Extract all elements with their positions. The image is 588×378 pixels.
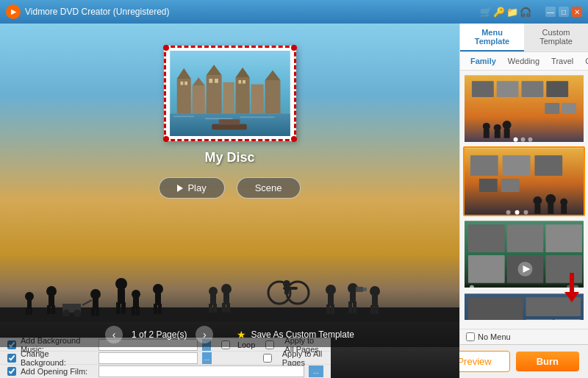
opening-film-checkbox[interactable]	[7, 367, 16, 376]
svg-rect-44	[116, 302, 121, 314]
headset-icon[interactable]: 🎧	[520, 7, 531, 17]
next-page-button[interactable]: ›	[196, 326, 213, 343]
close-button[interactable]: ✕	[572, 7, 582, 17]
key-icon[interactable]: 🔑	[494, 7, 504, 17]
opening-film-row: Add Opening Film: ...	[0, 365, 331, 378]
svg-rect-28	[26, 307, 29, 315]
svg-rect-116	[468, 255, 505, 283]
svg-rect-87	[562, 103, 576, 114]
save-template-button[interactable]: ★ Save As Custom Template	[237, 329, 354, 340]
svg-point-50	[153, 284, 163, 294]
svg-rect-41	[96, 307, 99, 316]
svg-rect-49	[136, 307, 140, 315]
svg-rect-43	[118, 289, 125, 304]
opening-film-label: Add Opening Film:	[21, 367, 94, 376]
change-bg-row: Change Background: ... Apply to All Page…	[0, 352, 331, 365]
svg-rect-107	[534, 204, 540, 214]
svg-rect-66	[284, 287, 289, 294]
svg-point-30	[46, 286, 57, 296]
template-categories: Family Wedding Travel Oth ►	[460, 52, 588, 71]
svg-point-36	[74, 310, 81, 317]
svg-rect-33	[51, 305, 55, 314]
template-item-2[interactable]	[463, 146, 585, 216]
svg-rect-20	[173, 115, 194, 117]
svg-rect-45	[121, 302, 126, 314]
burn-button[interactable]: Burn	[516, 352, 579, 371]
prev-page-button[interactable]: ‹	[105, 326, 123, 343]
svg-rect-7	[223, 82, 234, 114]
svg-rect-72	[350, 293, 356, 303]
cart-icon[interactable]: 🛒	[481, 7, 491, 17]
dvd-stamp	[164, 46, 296, 141]
svg-point-35	[62, 310, 70, 317]
svg-rect-125	[468, 297, 523, 321]
svg-point-88	[483, 123, 490, 130]
category-wedding[interactable]: Wedding	[502, 55, 545, 67]
tab-menu-template[interactable]: Menu Template	[460, 24, 524, 51]
svg-rect-47	[133, 298, 139, 308]
change-bg-browse[interactable]: ...	[202, 352, 212, 364]
tab-custom-template[interactable]: Custom Template	[524, 24, 588, 51]
svg-point-90	[494, 124, 501, 132]
svg-rect-21	[204, 118, 232, 119]
preview-buttons: Play Scene	[159, 177, 300, 199]
app-logo: ▶	[6, 4, 21, 19]
maximize-button[interactable]: □	[559, 7, 569, 17]
svg-rect-55	[210, 295, 216, 305]
nav-bar: ‹ 1 of 2 Page(s) › ★ Save As Custom Temp…	[0, 322, 459, 347]
opening-film-input[interactable]	[98, 365, 304, 377]
apply-all-bg-checkbox[interactable]	[263, 354, 272, 363]
svg-rect-76	[353, 302, 356, 313]
svg-rect-51	[155, 293, 161, 305]
svg-rect-5	[206, 75, 221, 113]
svg-rect-10	[251, 85, 263, 114]
change-bg-label: Change Background:	[21, 349, 94, 367]
opening-film-browse[interactable]: ...	[309, 365, 323, 377]
minimize-button[interactable]: —	[545, 7, 556, 17]
template-2-preview	[465, 148, 584, 216]
svg-point-110	[560, 199, 567, 206]
category-family[interactable]: Family	[465, 55, 502, 67]
svg-rect-32	[47, 305, 51, 314]
svg-rect-73	[356, 287, 363, 292]
stamp-corner-tr	[291, 45, 297, 51]
no-menu-area: No Menu	[460, 329, 588, 344]
change-bg-checkbox[interactable]	[7, 354, 16, 363]
svg-rect-1	[176, 79, 190, 114]
svg-rect-85	[546, 81, 568, 97]
svg-point-54	[209, 287, 218, 296]
svg-point-42	[115, 278, 127, 290]
svg-rect-31	[49, 296, 54, 307]
svg-point-108	[545, 194, 556, 204]
category-other[interactable]: Oth	[579, 55, 588, 67]
svg-point-96	[528, 138, 532, 142]
svg-rect-52	[154, 304, 157, 314]
dvd-preview	[164, 46, 296, 141]
svg-rect-40	[91, 307, 95, 316]
svg-point-77	[370, 286, 380, 296]
category-travel[interactable]: Travel	[545, 55, 579, 67]
svg-rect-82	[472, 81, 494, 97]
scene-button[interactable]: Scene	[237, 177, 301, 199]
svg-rect-22	[240, 116, 275, 118]
stamp-corner-tl	[163, 45, 169, 51]
stamp-corner-bl	[163, 136, 169, 142]
svg-point-105	[524, 210, 528, 215]
change-bg-input[interactable]	[98, 352, 198, 364]
no-menu-checkbox[interactable]	[466, 332, 475, 341]
svg-rect-109	[548, 204, 553, 214]
template-item-1[interactable]	[463, 74, 585, 143]
folder-icon[interactable]: 📁	[507, 7, 517, 17]
svg-marker-130	[564, 292, 579, 302]
svg-rect-80	[375, 305, 379, 314]
svg-rect-53	[158, 304, 162, 314]
svg-rect-61	[226, 303, 230, 313]
stamp-corner-br	[291, 136, 297, 142]
svg-rect-60	[222, 303, 226, 313]
svg-rect-48	[132, 307, 135, 315]
play-button[interactable]: Play	[159, 177, 224, 199]
svg-point-58	[221, 284, 232, 294]
svg-rect-86	[545, 103, 559, 114]
red-arrow-svg	[564, 273, 579, 302]
svg-rect-79	[370, 305, 374, 314]
